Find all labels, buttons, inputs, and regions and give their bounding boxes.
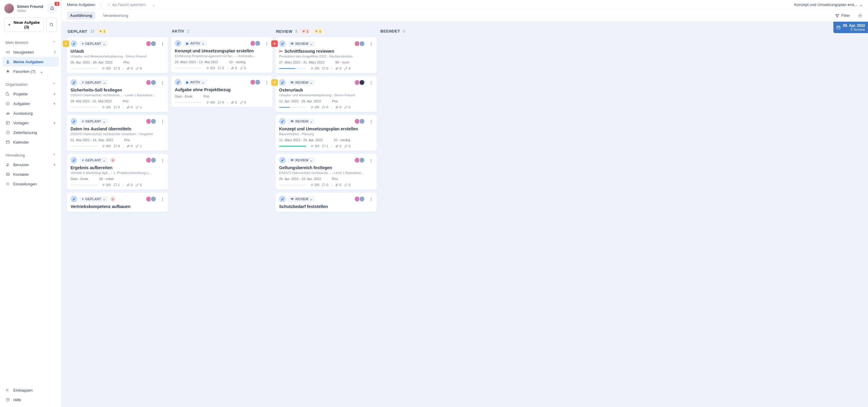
sidebar-item-users[interactable]: Benutzer + bbox=[2, 160, 59, 169]
chevron-down-icon: ⌄ bbox=[103, 120, 105, 124]
status-chip[interactable]: GEPLANT ⌄ bbox=[80, 118, 108, 124]
edit-button[interactable] bbox=[279, 157, 286, 164]
status-chip[interactable]: ▶ AKTIV ⌄ bbox=[184, 79, 207, 85]
status-chip[interactable]: 👁 REVIEW ⌄ bbox=[288, 118, 315, 124]
task-card[interactable]: 👁 REVIEW ⌄ ⋮ Schutzbedarf feststellen bbox=[276, 193, 377, 212]
chevron-down-icon: ⌄ bbox=[310, 42, 313, 46]
edit-button[interactable] bbox=[70, 196, 77, 202]
card-dates: 29. März 2022 - 13. Mai 2022 bbox=[175, 60, 218, 64]
tab-execution[interactable]: Ausführung bbox=[67, 11, 95, 20]
status-chip[interactable]: 👁 REVIEW ⌄ bbox=[288, 41, 315, 47]
edit-button[interactable] bbox=[70, 118, 77, 125]
filter-button[interactable]: Filter bbox=[835, 13, 850, 18]
plus-icon[interactable]: + bbox=[53, 121, 56, 125]
sidebar-item-workload[interactable]: Auslastung bbox=[2, 108, 59, 118]
card-menu-button[interactable]: ⋮ bbox=[369, 119, 373, 124]
plus-icon[interactable]: + bbox=[53, 162, 56, 167]
checklist-count: 3/5 bbox=[310, 67, 319, 70]
sidebar-item-news[interactable]: Neuigkeiten 2 bbox=[2, 47, 59, 57]
svg-rect-11 bbox=[6, 173, 10, 175]
edit-button[interactable] bbox=[70, 157, 77, 164]
card-menu-button[interactable]: ⋮ bbox=[369, 158, 373, 163]
edit-button[interactable] bbox=[70, 40, 77, 47]
edit-button[interactable] bbox=[175, 79, 181, 86]
plus-icon[interactable]: + bbox=[53, 101, 56, 106]
edit-button[interactable] bbox=[279, 79, 286, 86]
sidebar-item-my-tasks[interactable]: Meine Aufgaben bbox=[2, 57, 59, 67]
sidebar-item-tasks[interactable]: Aufgaben + bbox=[2, 99, 59, 108]
task-card[interactable]: 👁 REVIEW ⌄ ⋮ Konzept und Umsetzungsplan … bbox=[276, 115, 377, 151]
card-menu-button[interactable]: ⋮ bbox=[161, 41, 164, 46]
card-menu-button[interactable]: ⋮ bbox=[369, 41, 373, 46]
column-review: REVIEW 5 1 1 👁 REVIEW ⌄ ⋮ ✂Schnittfassun… bbox=[276, 27, 377, 402]
card-menu-button[interactable]: ⋮ bbox=[369, 80, 373, 85]
board-settings-button[interactable] bbox=[858, 13, 863, 18]
task-card[interactable]: 👁 REVIEW ⌄ ⋮ ✂Schnittfassung reviewen Pr… bbox=[276, 37, 377, 73]
section-my-area[interactable]: Mein Bereich ⌃ bbox=[2, 38, 59, 47]
search-icon bbox=[50, 23, 54, 27]
checklist-count: 3/3 bbox=[310, 144, 319, 148]
sidebar-item-projects[interactable]: Projekte + bbox=[2, 89, 59, 99]
card-menu-button[interactable]: ⋮ bbox=[161, 119, 164, 124]
chevron-down-icon: ⌄ bbox=[310, 81, 313, 84]
user-avatar[interactable] bbox=[4, 4, 14, 13]
tab-responsibility[interactable]: Verantwortung bbox=[100, 11, 131, 20]
date-badge[interactable]: 08. Apr. 2022 0 Termine bbox=[833, 22, 868, 33]
edit-button[interactable] bbox=[70, 79, 77, 86]
status-chip[interactable]: ▶ AKTIV ⌄ bbox=[184, 41, 207, 46]
task-card[interactable]: ▶ AKTIV ⌄ ⋮ Konzept und Umsetzungsplan e… bbox=[171, 37, 273, 73]
card-menu-button[interactable]: ⋮ bbox=[369, 197, 373, 201]
section-organisation[interactable]: Organisation ⌃ bbox=[2, 80, 59, 89]
sidebar-item-calendar[interactable]: Kalender bbox=[2, 137, 59, 147]
dot-icon bbox=[82, 81, 84, 83]
comments-count: 1 bbox=[322, 144, 328, 148]
plus-icon[interactable]: + bbox=[53, 92, 56, 96]
status-chip[interactable]: GEPLANT ⌄ bbox=[80, 80, 108, 86]
task-card[interactable]: 👁 REVIEW ⌄ ⋮ Geltungsbereich festlegen D… bbox=[276, 154, 377, 190]
task-card[interactable]: GEPLANT ⌄ ⊘ ⋮ Ergebnis aufbereiten Vertr… bbox=[67, 154, 168, 190]
task-selector-dropdown[interactable]: Konzept und Umsetzungsplan erst... ⌄ bbox=[794, 2, 863, 7]
card-menu-button[interactable]: ⋮ bbox=[265, 80, 269, 84]
sidebar-item-help[interactable]: Hilfe bbox=[2, 395, 59, 405]
status-chip[interactable]: 👁 REVIEW ⌄ bbox=[288, 158, 315, 163]
task-card[interactable]: GEPLANT ⌄ ⋮ Urlaub Urlaubs- und Abwesenh… bbox=[67, 37, 168, 73]
section-verwaltung[interactable]: Verwaltung ⌃ bbox=[2, 150, 59, 160]
search-button[interactable] bbox=[46, 18, 57, 32]
save-favorite-button[interactable]: ☆ als Favorit speichern ⌄ bbox=[107, 3, 155, 7]
star-outline-icon: ☆ bbox=[107, 3, 110, 7]
status-chip[interactable]: GEPLANT ⌄ bbox=[80, 158, 108, 163]
sidebar-item-label: Neuigkeiten bbox=[13, 50, 34, 55]
task-card[interactable]: GEPLANT ⌄ ⋮ Daten ins Ausland übermittel… bbox=[67, 115, 168, 151]
sidebar-item-collapse[interactable]: Einklappen bbox=[2, 385, 59, 395]
filter-icon bbox=[835, 13, 839, 18]
scissors-icon: ✂ bbox=[279, 49, 283, 54]
column-badge: 1 bbox=[313, 29, 323, 34]
task-card[interactable]: ▶ AKTIV ⌄ ⋮ Aufgabe ohne Projektbezug St… bbox=[171, 76, 273, 107]
status-chip[interactable]: 👁 REVIEW ⌄ bbox=[288, 196, 315, 202]
edit-button[interactable] bbox=[279, 40, 286, 47]
card-menu-button[interactable]: ⋮ bbox=[265, 41, 269, 46]
task-card[interactable]: GEPLANT ⌄ ⋮ Sicherheits-Soll festlegen D… bbox=[67, 76, 168, 112]
card-avatars bbox=[251, 79, 261, 85]
task-card[interactable]: 👁 REVIEW ⌄ ⋮ Osterurlaub Urlaubs- und Ab… bbox=[276, 76, 377, 112]
sidebar-item-templates[interactable]: Vorlagen + bbox=[2, 118, 59, 128]
sidebar-item-favorites[interactable]: Favoriten (7) ⌄ bbox=[2, 67, 59, 76]
chevron-up-icon: ⌃ bbox=[53, 82, 56, 87]
sidebar-item-time-tracking[interactable]: Zeiterfassung bbox=[2, 128, 59, 137]
card-menu-button[interactable]: ⋮ bbox=[161, 80, 164, 85]
card-menu-button[interactable]: ⋮ bbox=[161, 158, 164, 163]
status-chip[interactable]: GEPLANT ⌄ bbox=[80, 41, 108, 47]
status-chip[interactable]: GEPLANT ⌄ bbox=[80, 196, 108, 202]
status-chip[interactable]: 👁 REVIEW ⌄ bbox=[288, 80, 315, 86]
sidebar-item-label: Auslastung bbox=[13, 111, 33, 115]
edit-button[interactable] bbox=[175, 40, 181, 47]
sidebar-item-settings[interactable]: Einstellungen bbox=[2, 179, 59, 189]
notifications-button[interactable]: 3 bbox=[47, 4, 57, 13]
edit-button[interactable] bbox=[279, 118, 286, 125]
task-card[interactable]: GEPLANT ⌄ ⊘ ⋮ Vertriebskompetenz aufbaue… bbox=[67, 193, 168, 212]
edit-button[interactable] bbox=[279, 196, 286, 202]
card-menu-button[interactable]: ⋮ bbox=[161, 197, 164, 201]
sidebar-item-contacts[interactable]: Kontakte bbox=[2, 169, 59, 179]
card-dates: 12. Apr. 2022 - 26. Apr. 2022 bbox=[279, 99, 321, 103]
new-task-button[interactable]: Neue Aufgabe (3) bbox=[4, 18, 44, 32]
